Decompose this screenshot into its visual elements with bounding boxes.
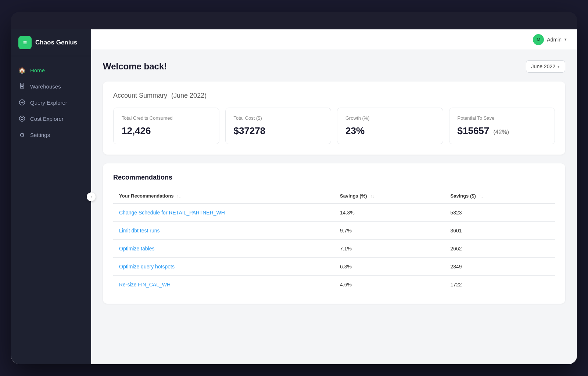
cost-explorer-icon: [18, 115, 26, 122]
sidebar-nav: 🏠 Home 🗄 Warehouses: [11, 56, 91, 364]
metric-value-3: $15657 (42%): [458, 125, 547, 137]
rec-link-4[interactable]: Re-size FIN_CAL_WH: [119, 282, 171, 288]
table-row: Optimize tables7.1%2662: [113, 240, 555, 258]
recommendations-table-header: Your Recommendations ↑↓ Savings (%) ↑↓ S…: [113, 189, 555, 203]
sidebar-item-cost-explorer[interactable]: Cost Explorer: [11, 111, 91, 127]
account-summary-title: Account Summary (June 2022): [113, 92, 555, 100]
sidebar-item-label-query-explorer: Query Explorer: [30, 100, 67, 106]
account-summary-card: Account Summary (June 2022) Total Credit…: [103, 82, 565, 155]
savings-dollar-4: 1722: [445, 276, 555, 294]
savings-pct-4: 4.6%: [334, 276, 445, 294]
table-row: Limit dbt test runs9.7%3601: [113, 222, 555, 240]
metric-label-1: Total Cost ($): [234, 115, 323, 121]
user-avatar: M: [533, 34, 544, 45]
metric-card-2: Growth (%) 23%: [337, 108, 443, 144]
logo-icon: ≡: [18, 36, 32, 49]
home-icon: 🏠: [18, 66, 26, 74]
sort-icon-savings-pct: ↑↓: [370, 194, 374, 198]
sidebar-item-query-explorer[interactable]: Query Explorer: [11, 94, 91, 111]
metric-value-1: $37278: [234, 125, 323, 137]
metric-label-2: Growth (%): [345, 115, 435, 121]
metric-card-3: Potential To Save $15657 (42%): [449, 108, 555, 144]
warehouses-icon: 🗄: [18, 83, 26, 90]
th-savings-dollar[interactable]: Savings ($) ↑↓: [445, 189, 555, 203]
savings-pct-1: 9.7%: [334, 222, 445, 240]
user-menu-chevron-icon: ▾: [564, 37, 567, 42]
settings-icon: ⚙: [18, 131, 26, 138]
recommendations-title: Recommendations: [113, 174, 555, 181]
metrics-row: Total Credits Consumed 12,426 Total Cost…: [113, 108, 555, 144]
th-savings-pct[interactable]: Savings (%) ↑↓: [334, 189, 445, 203]
sidebar-item-warehouses[interactable]: 🗄 Warehouses: [11, 78, 91, 94]
metric-card-1: Total Cost ($) $37278: [225, 108, 331, 144]
date-picker[interactable]: June 2022 ▾: [526, 60, 565, 73]
savings-dollar-2: 2662: [445, 240, 555, 258]
table-row: Optimize query hotspots6.3%2349: [113, 258, 555, 276]
top-bar: M Admin ▾: [91, 29, 577, 50]
date-picker-label: June 2022: [531, 64, 555, 69]
main-content: M Admin ▾ Welcome back! June 2022 ▾: [91, 29, 577, 364]
metric-value-0: 12,426: [122, 125, 211, 137]
user-menu[interactable]: M Admin ▾: [533, 34, 567, 45]
sort-icon-savings-dollar: ↑↓: [479, 194, 483, 198]
sidebar-logo: ≡ Chaos Genius: [11, 29, 91, 56]
savings-dollar-0: 5323: [445, 203, 555, 222]
page-header: Welcome back! June 2022 ▾: [103, 60, 565, 73]
savings-pct-2: 7.1%: [334, 240, 445, 258]
savings-pct-0: 14.3%: [334, 203, 445, 222]
sidebar: ≡ Chaos Genius ‹ 🏠 Home 🗄 Warehouses: [11, 29, 91, 364]
rec-link-1[interactable]: Limit dbt test runs: [119, 228, 160, 234]
metric-secondary-3: (42%): [494, 129, 509, 135]
svg-point-4: [21, 118, 23, 120]
metric-label-0: Total Credits Consumed: [122, 115, 211, 121]
app-name: Chaos Genius: [35, 39, 77, 46]
recommendations-table: Your Recommendations ↑↓ Savings (%) ↑↓ S…: [113, 189, 555, 293]
date-picker-chevron-icon: ▾: [557, 64, 560, 69]
savings-dollar-3: 2349: [445, 258, 555, 276]
rec-link-2[interactable]: Optimize tables: [119, 246, 154, 252]
th-recommendation[interactable]: Your Recommendations ↑↓: [113, 189, 334, 203]
table-row: Change Schedule for RETAIL_PARTNER_WH14.…: [113, 203, 555, 222]
recommendations-table-body: Change Schedule for RETAIL_PARTNER_WH14.…: [113, 203, 555, 293]
sidebar-collapse-button[interactable]: ‹: [87, 192, 96, 201]
page-title: Welcome back!: [103, 61, 167, 72]
rec-link-0[interactable]: Change Schedule for RETAIL_PARTNER_WH: [119, 210, 225, 216]
page-content: Welcome back! June 2022 ▾ Account Summar…: [91, 50, 577, 364]
sidebar-item-label-home: Home: [30, 67, 45, 73]
user-name: Admin: [547, 37, 562, 43]
metric-card-0: Total Credits Consumed 12,426: [113, 108, 219, 144]
rec-link-3[interactable]: Optimize query hotspots: [119, 264, 175, 270]
metric-label-3: Potential To Save: [458, 115, 547, 121]
metric-value-2: 23%: [345, 125, 435, 137]
query-explorer-icon: [18, 99, 26, 106]
table-row: Re-size FIN_CAL_WH4.6%1722: [113, 276, 555, 294]
recommendations-card: Recommendations Your Recommendations ↑↓ …: [103, 163, 565, 304]
svg-point-3: [19, 116, 25, 122]
sort-icon-recommendation: ↑↓: [177, 194, 181, 198]
sidebar-item-label-warehouses: Warehouses: [30, 83, 61, 90]
sidebar-item-label-settings: Settings: [30, 132, 50, 138]
sidebar-item-settings[interactable]: ⚙ Settings: [11, 127, 91, 143]
sidebar-item-home[interactable]: 🏠 Home: [11, 62, 91, 78]
savings-pct-3: 6.3%: [334, 258, 445, 276]
savings-dollar-1: 3601: [445, 222, 555, 240]
sidebar-item-label-cost-explorer: Cost Explorer: [30, 116, 64, 122]
